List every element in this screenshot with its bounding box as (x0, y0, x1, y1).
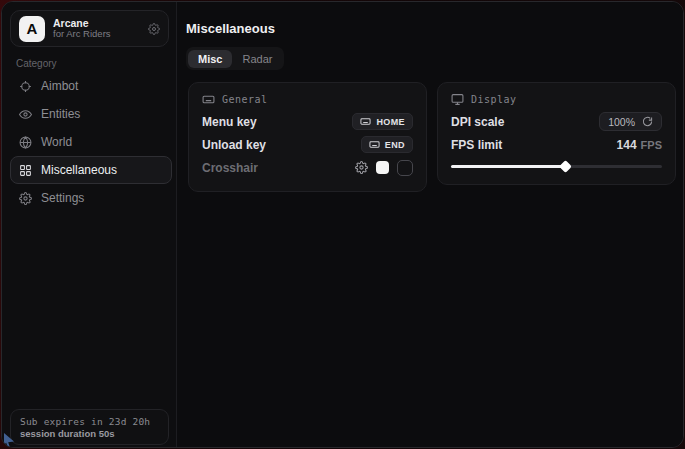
sidebar: A Arcane for Arc Riders Category Aimbot (2, 2, 177, 447)
reset-icon[interactable] (642, 116, 653, 127)
dpi-scale-row: DPI scale 100% (451, 110, 662, 133)
sidebar-item-entities[interactable]: Entities (10, 100, 172, 128)
unload-key-row: Unload key END (202, 133, 413, 156)
monitor-icon (451, 93, 464, 106)
keyboard-icon (360, 116, 371, 127)
brand-gear-icon[interactable] (148, 23, 160, 35)
sidebar-item-label: World (41, 135, 72, 149)
tab-radar[interactable]: Radar (232, 50, 282, 68)
crosshair-icon (19, 80, 32, 93)
menu-keybind-button[interactable]: HOME (352, 113, 413, 130)
sidebar-item-settings[interactable]: Settings (10, 184, 172, 212)
sidebar-item-label: Aimbot (41, 79, 78, 93)
sidebar-item-label: Entities (41, 107, 80, 121)
main-panel: Miscellaneous Misc Radar General Menu ke… (177, 2, 683, 447)
unload-keybind-value: END (385, 140, 405, 150)
page-title: Miscellaneous (186, 21, 275, 36)
app-window: A Arcane for Arc Riders Category Aimbot (1, 1, 684, 448)
subscription-status-card: Sub expires in 23d 20h session duration … (10, 409, 169, 445)
sub-expiry-text: Sub expires in 23d 20h (20, 416, 159, 427)
tab-bar: Misc Radar (186, 47, 284, 70)
dpi-scale-label: DPI scale (451, 115, 504, 129)
globe-icon (19, 136, 32, 149)
crosshair-settings-gear-icon[interactable] (355, 161, 368, 174)
display-card: Display DPI scale 100% FPS limit 144 (437, 82, 676, 185)
crosshair-label: Crosshair (202, 161, 258, 175)
general-card: General Menu key HOME Unload key (188, 82, 427, 192)
brand-card: A Arcane for Arc Riders (10, 10, 169, 47)
fps-slider-fill (451, 165, 565, 168)
sidebar-item-miscellaneous[interactable]: Miscellaneous (10, 156, 172, 184)
keyboard-icon (202, 93, 215, 106)
dpi-scale-select[interactable]: 100% (599, 112, 662, 131)
gear-icon (19, 192, 32, 205)
category-label: Category (16, 58, 57, 69)
menu-keybind-value: HOME (376, 117, 405, 127)
entities-icon (19, 108, 32, 121)
keyboard-icon (369, 139, 380, 150)
sidebar-nav: Aimbot Entities World Miscellaneous (10, 72, 172, 212)
fps-slider-thumb[interactable] (559, 160, 572, 173)
card-title: General (222, 94, 268, 105)
fps-limit-unit: FPS (641, 139, 662, 151)
sidebar-item-aimbot[interactable]: Aimbot (10, 72, 172, 100)
menu-key-row: Menu key HOME (202, 110, 413, 133)
crosshair-row: Crosshair (202, 156, 413, 179)
session-duration-text: session duration 50s (20, 428, 159, 439)
fps-limit-row: FPS limit 144 FPS (451, 133, 662, 156)
brand-subtitle: for Arc Riders (53, 29, 140, 40)
card-title: Display (471, 94, 517, 105)
crosshair-checkbox[interactable] (397, 160, 413, 176)
grid-icon (19, 164, 32, 177)
sidebar-item-label: Settings (41, 191, 84, 205)
unload-key-label: Unload key (202, 138, 266, 152)
fps-limit-label: FPS limit (451, 138, 502, 152)
sidebar-item-world[interactable]: World (10, 128, 172, 156)
cards-row: General Menu key HOME Unload key (188, 82, 676, 192)
dpi-scale-value: 100% (608, 116, 635, 128)
fps-limit-value: 144 (617, 138, 637, 152)
fps-limit-slider[interactable] (451, 160, 662, 172)
brand-logo: A (19, 16, 45, 42)
crosshair-color-swatch[interactable] (376, 161, 389, 174)
sidebar-item-label: Miscellaneous (41, 163, 117, 177)
tab-misc[interactable]: Misc (188, 50, 232, 68)
unload-keybind-button[interactable]: END (361, 136, 413, 153)
menu-key-label: Menu key (202, 115, 257, 129)
